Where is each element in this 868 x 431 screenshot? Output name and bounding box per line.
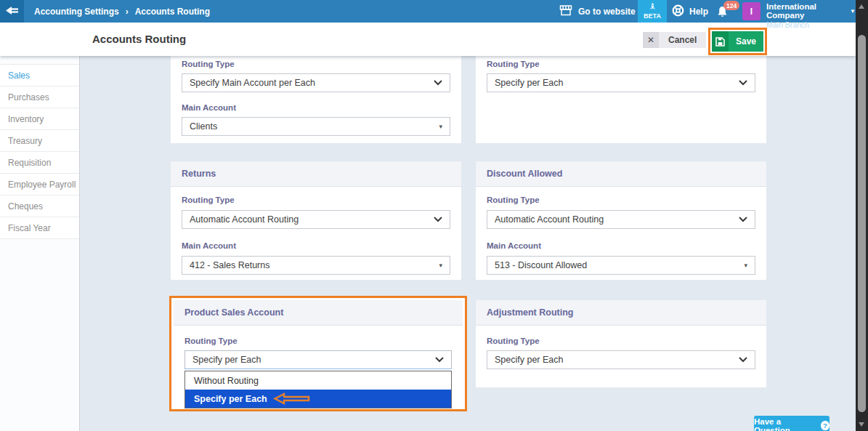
annotation-arrow-left-icon [273, 392, 311, 405]
returns-panel: Returns Routing Type Automatic Account R… [171, 161, 461, 280]
life-ring-icon [672, 4, 684, 19]
sidebar-item-requisition[interactable]: Requisition [0, 152, 79, 174]
adjustment-routing-panel-title: Adjustment Routing [476, 300, 766, 326]
save-floppy-icon [712, 31, 729, 52]
breadcrumb-separator-icon: › [126, 7, 129, 17]
main-account-label: Main Account [487, 241, 755, 250]
scrollbar-up-arrow-icon[interactable] [859, 4, 864, 9]
select-value: 513 - Discount Allowed [495, 260, 587, 270]
routing-type-label: Routing Type [182, 196, 450, 204]
product-sales-routing-type-select[interactable]: Specify per Each [184, 350, 452, 369]
caret-down-icon: ▾ [744, 262, 747, 269]
go-to-website-button[interactable]: Go to website [559, 0, 636, 23]
chevron-down-icon [739, 78, 747, 88]
help-label: Help [689, 7, 708, 17]
chevron-down-icon [435, 355, 444, 365]
returns-main-account-select[interactable]: 412 - Sales Returns ▾ [182, 256, 450, 275]
collapse-arrow-icon [6, 5, 19, 18]
chevron-down-icon [434, 214, 442, 225]
have-a-question-button[interactable]: Have a Question ? [754, 416, 830, 431]
scrollbar-down-arrow-icon[interactable] [859, 422, 864, 427]
question-mark-icon: ? [821, 421, 830, 430]
vertical-scrollbar[interactable] [856, 0, 868, 431]
adjustment-routing-panel: Adjustment Routing Routing Type Specify … [476, 300, 766, 387]
company-name: International Company [766, 2, 846, 20]
discount-allowed-panel: Discount Allowed Routing Type Automatic … [476, 161, 766, 280]
sidebar-item-purchases[interactable]: Purchases [0, 86, 79, 108]
have-a-question-label: Have a Question [754, 417, 816, 431]
collapse-menu-button[interactable] [0, 0, 24, 23]
company-menu[interactable]: International Company ▼ Main Branch [766, 2, 856, 29]
notifications-button[interactable]: 124 [717, 0, 739, 23]
adjustment-routing-type-select[interactable]: Specify per Each [487, 350, 755, 369]
breadcrumb-current: Accounts Routing [135, 7, 210, 17]
select-value: Specify per Each [495, 355, 564, 365]
sales-main-account-select[interactable]: Clients ▾ [182, 117, 450, 136]
select-value: Specify per Each [495, 78, 564, 88]
returns-routing-type-select[interactable]: Automatic Account Routing [182, 210, 450, 229]
company-avatar[interactable]: I [742, 2, 760, 20]
save-button-label: Save [729, 31, 763, 52]
product-sales-panel-title: Product Sales Account [174, 300, 463, 326]
routing-type-label: Routing Type [487, 196, 755, 204]
select-value: Automatic Account Routing [190, 214, 299, 225]
discount-routing-type-select[interactable]: Automatic Account Routing [487, 210, 755, 229]
cancel-button[interactable]: ✕ Cancel [643, 32, 706, 48]
top-navigation-bar: Accounting Settings › Accounts Routing G… [0, 0, 856, 23]
chevron-down-icon: ▼ [850, 8, 856, 15]
save-button[interactable]: Save [712, 31, 763, 52]
sidebar-item-inventory[interactable]: Inventory [0, 108, 79, 130]
routing-type-dropdown-list: Without Routing Specify per Each [184, 371, 452, 408]
beta-badge[interactable]: BETA [638, 0, 667, 23]
page-header: Accounts Routing ✕ Cancel Save [0, 23, 856, 56]
sales-routing-type-select[interactable]: Specify Main Account per Each [182, 73, 450, 92]
routing-type-label: Routing Type [487, 60, 755, 68]
sidebar-list: Sales Purchases Inventory Treasury Requi… [0, 64, 79, 239]
scrollbar-thumb[interactable] [858, 35, 866, 412]
website-icon [559, 5, 572, 18]
top-right-routing-type-select[interactable]: Specify per Each [487, 73, 755, 92]
breadcrumb: Accounting Settings › Accounts Routing [34, 0, 210, 23]
routing-type-label: Routing Type [182, 60, 450, 68]
settings-sidebar: Sales Purchases Inventory Treasury Requi… [0, 56, 80, 431]
cancel-button-label: Cancel [659, 32, 706, 48]
notification-count-badge: 124 [723, 1, 739, 10]
sidebar-item-employee-payroll[interactable]: Employee Payroll [0, 174, 79, 196]
product-sales-highlight: Product Sales Account Routing Type Speci… [169, 296, 467, 411]
chevron-down-icon [739, 214, 747, 225]
dropdown-option-specify-per-each[interactable]: Specify per Each [185, 390, 451, 408]
discount-main-account-select[interactable]: 513 - Discount Allowed ▾ [487, 256, 755, 275]
option-label: Specify per Each [194, 394, 267, 404]
chevron-down-icon [434, 78, 442, 88]
chevron-down-icon [739, 355, 747, 365]
dropdown-option-without-routing[interactable]: Without Routing [185, 371, 451, 390]
rocket-icon [649, 3, 657, 12]
breadcrumb-parent[interactable]: Accounting Settings [34, 7, 119, 17]
caret-down-icon: ▾ [439, 123, 442, 130]
app-window: Accounting Settings › Accounts Routing G… [0, 0, 868, 431]
sidebar-item-sales[interactable]: Sales [0, 65, 79, 86]
sidebar-item-cheques[interactable]: Cheques [0, 196, 79, 217]
close-icon: ✕ [643, 32, 659, 48]
select-value: Clients [190, 121, 217, 132]
discount-allowed-panel-title: Discount Allowed [476, 161, 766, 187]
sidebar-item-fiscal-year[interactable]: Fiscal Year [0, 217, 79, 239]
page-title: Accounts Routing [92, 23, 186, 56]
product-sales-panel: Product Sales Account Routing Type Speci… [174, 300, 463, 407]
select-value: Automatic Account Routing [495, 214, 604, 225]
beta-label: BETA [644, 12, 661, 20]
sidebar-item-treasury[interactable]: Treasury [0, 130, 79, 152]
main-account-label: Main Account [182, 103, 450, 112]
help-button[interactable]: Help [672, 0, 708, 23]
returns-panel-title: Returns [171, 161, 461, 187]
select-value: 412 - Sales Returns [190, 260, 269, 270]
sales-account-panel: Routing Type Specify Main Account per Ea… [171, 56, 461, 143]
save-button-highlight: Save [708, 28, 767, 55]
main-account-label: Main Account [182, 241, 450, 250]
caret-down-icon: ▾ [439, 262, 442, 269]
top-right-panel: Routing Type Specify per Each [476, 56, 766, 143]
routing-type-label: Routing Type [487, 337, 755, 345]
routing-type-label: Routing Type [184, 337, 452, 345]
company-branch: Main Branch [766, 20, 856, 29]
go-to-website-label: Go to website [578, 7, 636, 17]
